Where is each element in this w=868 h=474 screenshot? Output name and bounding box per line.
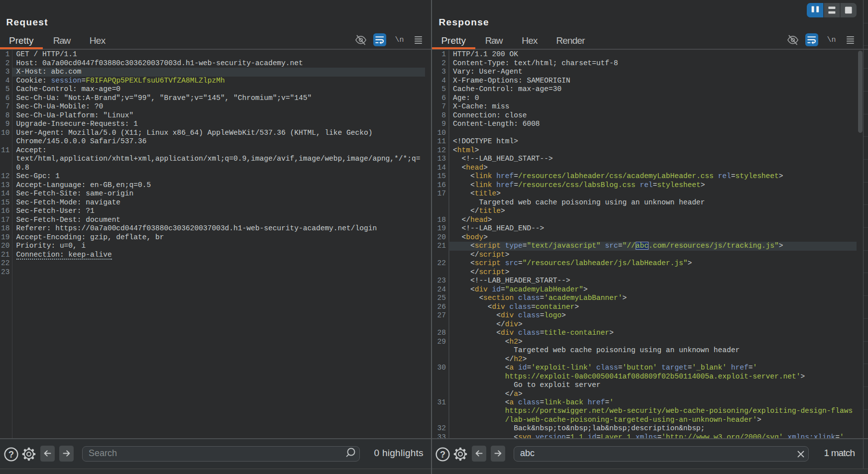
svg-text:?: ? — [8, 450, 14, 460]
svg-text:?: ? — [440, 450, 445, 460]
